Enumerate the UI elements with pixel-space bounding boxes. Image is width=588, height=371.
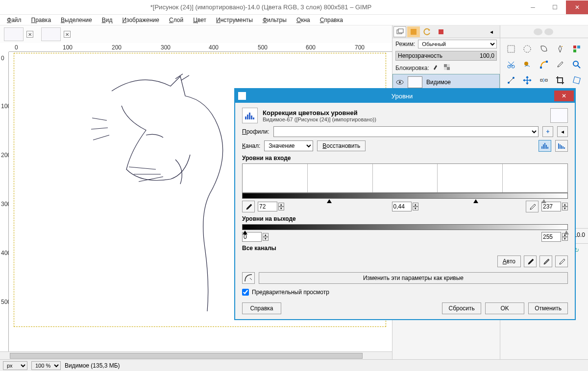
unit-select[interactable]: px bbox=[3, 361, 27, 370]
pick-white-point-icon[interactable] bbox=[526, 201, 539, 212]
preview-checkbox[interactable] bbox=[242, 289, 249, 296]
cancel-button[interactable]: Отменить bbox=[528, 302, 568, 314]
tool-free-select-icon[interactable] bbox=[537, 42, 551, 56]
histogram-log-icon[interactable] bbox=[555, 140, 568, 152]
tool-crop-icon[interactable] bbox=[553, 73, 567, 87]
output-high-handle[interactable] bbox=[564, 231, 569, 234]
gimp-logo-icon bbox=[532, 27, 557, 37]
auto-button[interactable]: Авто bbox=[497, 255, 521, 267]
tool-rotate-icon[interactable] bbox=[570, 73, 584, 87]
output-gradient[interactable] bbox=[242, 224, 568, 230]
close-tab-icon[interactable]: ✕ bbox=[64, 31, 71, 38]
tool-rect-select-icon[interactable] bbox=[504, 42, 518, 56]
channels-tab-icon[interactable] bbox=[407, 26, 420, 37]
edit-curves-icon[interactable] bbox=[242, 272, 255, 284]
histogram[interactable] bbox=[242, 163, 568, 193]
svg-rect-4 bbox=[444, 64, 447, 67]
menu-help[interactable]: Справка bbox=[315, 16, 348, 24]
ruler-vertical[interactable]: 0 100 200 300 400 500 bbox=[0, 52, 9, 351]
opacity-slider[interactable]: Непрозрачность 100,0 bbox=[395, 51, 497, 61]
dialog-titlebar[interactable]: Уровни ✕ bbox=[235, 89, 575, 103]
edit-as-curves-button[interactable]: Изменить эти параметры как кривые bbox=[259, 272, 568, 284]
pick-black-point-icon[interactable] bbox=[242, 201, 255, 212]
profiles-select[interactable] bbox=[273, 126, 539, 137]
auto-pick-gray-icon[interactable] bbox=[539, 255, 552, 267]
close-tab-icon[interactable]: ✕ bbox=[26, 31, 33, 38]
dialog-close-button[interactable]: ✕ bbox=[554, 91, 574, 101]
help-button[interactable]: Справка bbox=[242, 302, 281, 314]
menu-layer[interactable]: Слой bbox=[164, 16, 188, 24]
menu-select[interactable]: Выделение bbox=[56, 16, 97, 24]
input-gradient[interactable] bbox=[242, 193, 568, 199]
scrollbar-thumb[interactable] bbox=[10, 353, 363, 359]
reset-channel-button[interactable]: Восстановить bbox=[317, 140, 366, 151]
input-low-field[interactable] bbox=[258, 202, 277, 211]
window-minimize-button[interactable]: ─ bbox=[522, 0, 544, 14]
window-maximize-button[interactable]: ☐ bbox=[544, 0, 566, 14]
svg-rect-1 bbox=[398, 29, 403, 33]
spinner-down-icon[interactable]: ▾ bbox=[278, 207, 284, 210]
auto-pick-black-icon[interactable] bbox=[524, 255, 537, 267]
menu-windows[interactable]: Окна bbox=[292, 16, 315, 24]
input-high-handle[interactable] bbox=[541, 199, 546, 203]
reset-button[interactable]: Сбросить bbox=[442, 302, 481, 314]
spinner-down-icon[interactable]: ▾ bbox=[562, 207, 568, 210]
tool-align-icon[interactable] bbox=[537, 73, 551, 87]
tool-measure-icon[interactable] bbox=[504, 73, 518, 87]
canvas-horizontal-scrollbar[interactable] bbox=[0, 351, 392, 359]
tool-foreground-select-icon[interactable] bbox=[520, 58, 534, 71]
menu-tools[interactable]: Инструменты bbox=[211, 16, 258, 24]
ok-button[interactable]: OK bbox=[485, 302, 524, 314]
spinner-up-icon[interactable]: ▴ bbox=[263, 233, 269, 237]
tool-scissors-icon[interactable] bbox=[504, 58, 518, 71]
svg-rect-39 bbox=[544, 143, 545, 149]
menu-filters[interactable]: Фильтры bbox=[258, 16, 292, 24]
ruler-horizontal[interactable]: 0 100 200 300 400 500 600 700 bbox=[9, 43, 392, 52]
lock-paint-icon[interactable] bbox=[432, 63, 440, 72]
document-tab-1[interactable]: ✕ bbox=[1, 25, 36, 43]
output-high-field[interactable] bbox=[541, 232, 561, 242]
spinner-down-icon[interactable]: ▾ bbox=[263, 237, 269, 241]
spinner-up-icon[interactable]: ▴ bbox=[278, 203, 284, 207]
window-close-button[interactable]: ✕ bbox=[566, 0, 588, 14]
spinner-down-icon[interactable]: ▾ bbox=[413, 207, 418, 210]
spinner-up-icon[interactable]: ▴ bbox=[562, 203, 568, 207]
output-low-handle[interactable] bbox=[243, 231, 247, 234]
channel-select[interactable]: Значение bbox=[264, 140, 313, 151]
tool-ellipse-select-icon[interactable] bbox=[520, 42, 534, 56]
panel-menu-icon[interactable]: ◂ bbox=[485, 26, 498, 37]
preview-checkbox-label[interactable]: Предварительный просмотр bbox=[252, 289, 329, 296]
menu-view[interactable]: Вид bbox=[97, 16, 118, 24]
tool-zoom-icon[interactable] bbox=[570, 58, 584, 71]
spinner-down-icon[interactable]: ▾ bbox=[562, 237, 568, 241]
spinner-up-icon[interactable]: ▴ bbox=[413, 203, 418, 207]
tool-paths-icon[interactable] bbox=[537, 58, 551, 71]
input-high-field[interactable] bbox=[541, 202, 561, 211]
lock-alpha-icon[interactable] bbox=[443, 63, 451, 72]
menu-color[interactable]: Цвет bbox=[188, 16, 211, 24]
visibility-eye-icon[interactable] bbox=[396, 78, 404, 86]
tool-color-picker-icon[interactable] bbox=[553, 58, 567, 71]
profile-menu-button[interactable]: ◂ bbox=[557, 126, 568, 137]
tool-fuzzy-select-icon[interactable] bbox=[553, 42, 567, 56]
tool-move-icon[interactable] bbox=[520, 73, 534, 87]
document-tab-2[interactable]: ✕ bbox=[38, 25, 74, 43]
menu-file[interactable]: Файл bbox=[2, 16, 26, 24]
zoom-select[interactable]: 100 % bbox=[31, 361, 61, 370]
paths-tab-icon[interactable] bbox=[435, 26, 447, 37]
tool-by-color-select-icon[interactable] bbox=[570, 42, 584, 56]
svg-rect-40 bbox=[546, 145, 547, 149]
ruler-mark: 500 bbox=[258, 44, 268, 51]
layer-name[interactable]: Видимое bbox=[426, 79, 451, 86]
mode-select[interactable]: Обычный bbox=[418, 40, 497, 48]
input-gamma-handle[interactable] bbox=[473, 199, 478, 203]
menu-edit[interactable]: Правка bbox=[26, 16, 56, 24]
auto-pick-white-icon[interactable] bbox=[555, 255, 568, 267]
layers-tab-icon[interactable] bbox=[393, 26, 406, 37]
add-profile-button[interactable]: + bbox=[542, 126, 553, 137]
input-gamma-field[interactable] bbox=[392, 202, 412, 211]
histogram-linear-icon[interactable] bbox=[539, 140, 551, 152]
undo-tab-icon[interactable] bbox=[421, 26, 434, 37]
input-low-handle[interactable] bbox=[327, 199, 332, 203]
menu-image[interactable]: Изображение bbox=[117, 16, 164, 24]
